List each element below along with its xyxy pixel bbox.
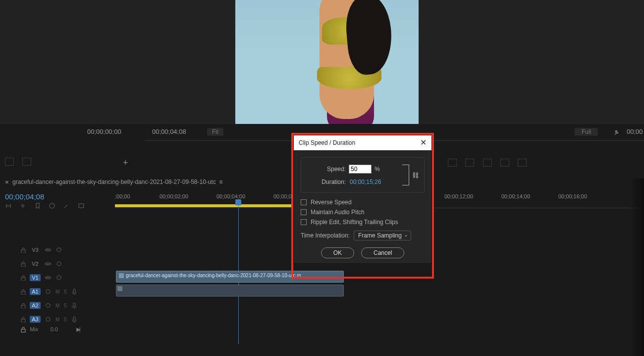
lock-icon[interactable] — [20, 289, 26, 295]
skip-icon[interactable]: ▶| — [76, 326, 80, 332]
toggle-output-icon[interactable] — [45, 260, 52, 267]
lock-icon[interactable] — [20, 275, 26, 281]
solo-button[interactable]: S — [63, 317, 67, 322]
cc-icon[interactable] — [78, 202, 86, 209]
linked-selection-icon[interactable] — [19, 202, 27, 209]
checkbox-icon[interactable] — [301, 209, 307, 215]
playhead-timecode[interactable]: 00;00;04;08 — [5, 192, 44, 201]
lock-icon[interactable] — [20, 326, 27, 333]
program-in-timecode[interactable]: 00;00;00;00 — [87, 128, 121, 135]
close-sequence-tab[interactable]: × — [5, 178, 9, 186]
settings-wrench-icon[interactable] — [613, 129, 620, 136]
track-label-a2[interactable]: A2 — [30, 302, 41, 309]
sync-lock-icon[interactable] — [55, 260, 62, 267]
voiceover-icon[interactable] — [71, 288, 78, 295]
settings-icon[interactable] — [49, 202, 56, 209]
clip-speed-duration-dialog: Clip Speed / Duration ✕ Speed: % Duratio… — [293, 135, 432, 264]
voiceover-icon[interactable] — [71, 316, 78, 323]
sync-lock-icon[interactable] — [55, 246, 62, 253]
track-label-v2[interactable]: V2 — [30, 260, 41, 267]
toggle-output-icon[interactable] — [45, 246, 52, 253]
time-interpolation-dropdown[interactable]: Frame Sampling — [354, 231, 411, 240]
track-header-a1[interactable]: A1 M S — [20, 285, 114, 298]
add-marker-icon[interactable]: + — [123, 158, 128, 168]
dialog-titlebar[interactable]: Clip Speed / Duration ✕ — [294, 135, 431, 150]
comparison-icon[interactable] — [518, 159, 527, 167]
lock-icon[interactable] — [20, 261, 26, 267]
ripple-edit-label: Ripple Edit, Shifting Trailing Clips — [311, 219, 398, 226]
svg-rect-19 — [73, 317, 75, 320]
marker-icon[interactable] — [34, 202, 42, 209]
mix-label: Mix — [30, 326, 38, 332]
track-label-a1[interactable]: A1 — [30, 288, 41, 295]
ripple-edit-row[interactable]: Ripple Edit, Shifting Trailing Clips — [301, 219, 425, 226]
track-header-a3[interactable]: A3 M S — [20, 312, 114, 326]
checkbox-icon[interactable] — [301, 199, 307, 205]
track-header-a2[interactable]: A2 M S — [20, 298, 114, 312]
lift-icon[interactable] — [448, 159, 457, 167]
checkbox-icon[interactable] — [301, 219, 307, 225]
resolution-dropdown[interactable]: Full — [575, 128, 598, 136]
source-panel-buttons — [5, 158, 38, 167]
program-out-timecode[interactable]: 00;00;04;08 — [152, 128, 186, 135]
program-monitor — [0, 0, 644, 124]
ruler-label: 00;00;16;00 — [558, 193, 587, 199]
ruler-label: 00;00;14;00 — [501, 193, 530, 199]
clip-name: graceful-dancer-against-the-sky-dancing-… — [126, 273, 301, 278]
voiceover-icon[interactable] — [71, 302, 78, 309]
gang-link-icon[interactable]: ⛓ — [412, 172, 418, 178]
sync-lock-icon[interactable] — [45, 302, 52, 309]
solo-button[interactable]: S — [63, 289, 67, 295]
track-label-v1[interactable]: V1 — [30, 274, 41, 281]
sequence-tab-title[interactable]: graceful-dancer-against-the-sky-dancing-… — [12, 178, 223, 185]
cancel-button[interactable]: Cancel — [361, 247, 404, 258]
close-icon[interactable]: ✕ — [420, 135, 427, 150]
maintain-pitch-row[interactable]: Maintain Audio Pitch — [301, 209, 425, 216]
speed-label: Speed: — [306, 166, 346, 173]
maintain-pitch-label: Maintain Audio Pitch — [311, 209, 365, 216]
sync-lock-icon[interactable] — [45, 288, 52, 295]
mute-button[interactable]: M — [55, 303, 59, 308]
zoom-fit-dropdown[interactable]: Fit — [207, 128, 223, 136]
ruler-label: ;00;00 — [115, 193, 130, 199]
svg-point-18 — [46, 317, 50, 321]
extract-icon[interactable] — [465, 159, 474, 167]
mute-button[interactable]: M — [55, 289, 59, 295]
reverse-speed-row[interactable]: Reverse Speed — [301, 199, 425, 206]
camera-icon[interactable] — [500, 159, 509, 167]
export-frame-icon[interactable] — [483, 159, 492, 167]
video-clip[interactable]: graceful-dancer-against-the-sky-dancing-… — [116, 271, 344, 283]
track-label-v3[interactable]: V3 — [30, 246, 41, 253]
sync-lock-icon[interactable] — [45, 316, 52, 323]
sync-lock-icon[interactable] — [55, 274, 62, 281]
svg-point-9 — [47, 277, 49, 279]
toggle-output-icon[interactable] — [45, 274, 52, 281]
track-header-v1[interactable]: V1 — [20, 271, 114, 285]
svg-point-15 — [46, 303, 50, 307]
percent-label: % — [375, 166, 380, 173]
ruler-label: 00;00;02;00 — [160, 193, 188, 199]
track-label-a3[interactable]: A3 — [30, 316, 41, 323]
lock-icon[interactable] — [20, 247, 26, 253]
snap-icon[interactable] — [5, 202, 13, 209]
timeline-toolbar — [5, 202, 91, 211]
dialog-title-text: Clip Speed / Duration — [299, 135, 355, 150]
mix-value[interactable]: 0.0 — [51, 326, 58, 332]
wrench-icon[interactable] — [63, 202, 71, 209]
snapshot-icon[interactable] — [22, 158, 31, 166]
reverse-speed-label: Reverse Speed — [311, 199, 352, 206]
audio-clip[interactable] — [116, 285, 344, 297]
lock-icon[interactable] — [20, 316, 26, 322]
preview-frame — [235, 0, 419, 124]
solo-button[interactable]: S — [63, 303, 67, 308]
mute-button[interactable]: M — [55, 317, 59, 322]
program-duration-timecode: 00;00 — [627, 128, 643, 135]
export-frame-icon[interactable] — [5, 158, 14, 166]
track-header-v3[interactable]: V3 — [20, 243, 114, 257]
ok-button[interactable]: OK — [321, 247, 354, 258]
duration-value[interactable]: 00;00;15;26 — [350, 178, 381, 185]
lock-icon[interactable] — [20, 302, 26, 308]
speed-input[interactable] — [349, 165, 372, 174]
speed-duration-group: Speed: % Duration: 00;00;15;26 ⛓ — [301, 157, 425, 193]
track-header-v2[interactable]: V2 — [20, 257, 114, 271]
